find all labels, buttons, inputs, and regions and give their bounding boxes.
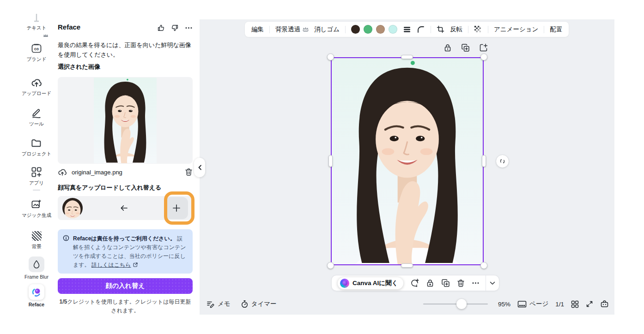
sidebar-item-label: アプリ bbox=[29, 180, 44, 186]
crop-icon[interactable] bbox=[437, 25, 444, 33]
color-swatches bbox=[351, 25, 397, 34]
chevron-down-icon bbox=[490, 281, 495, 285]
zoom-level[interactable]: 95% bbox=[495, 301, 510, 308]
sidebar-item-tools[interactable]: ツール bbox=[18, 107, 55, 127]
scroll-left-icon[interactable] bbox=[83, 204, 165, 212]
add-face-button[interactable] bbox=[165, 197, 188, 219]
thumbs-down-icon[interactable] bbox=[171, 24, 179, 32]
sidebar-item-projects[interactable]: プロジェクト bbox=[18, 137, 55, 157]
pro-crown-icon bbox=[43, 31, 49, 40]
grid-view-icon[interactable] bbox=[571, 300, 579, 308]
reface-icon bbox=[29, 284, 44, 300]
resize-handle-right[interactable] bbox=[482, 155, 486, 167]
sidebar: テキスト co ブランド アップロード ツール bbox=[18, 0, 55, 334]
position-button[interactable]: 配置 bbox=[550, 25, 562, 34]
projects-icon bbox=[31, 137, 42, 149]
face-swap-button[interactable]: 顔の入れ替え bbox=[58, 278, 193, 294]
page-manager-button[interactable]: ページ bbox=[517, 300, 548, 308]
sidebar-item-text[interactable]: テキスト bbox=[18, 14, 55, 31]
color-swatch-2[interactable] bbox=[364, 25, 372, 34]
delete-icon[interactable] bbox=[457, 279, 465, 287]
sidebar-item-magic-generate[interactable]: マジック生成 bbox=[18, 198, 55, 219]
notes-button[interactable]: メモ bbox=[207, 300, 231, 308]
text-icon bbox=[31, 14, 42, 23]
resize-handle-bottom[interactable] bbox=[401, 263, 413, 268]
delete-file-icon[interactable] bbox=[185, 168, 193, 176]
eraser-button[interactable]: 消しゴム bbox=[314, 25, 340, 34]
statusbar-left: メモ タイマー bbox=[207, 300, 277, 308]
resize-handle-top[interactable] bbox=[401, 55, 413, 59]
resize-handle-bottom-right[interactable] bbox=[480, 262, 487, 269]
toolbar-separator bbox=[431, 26, 431, 33]
sidebar-item-brand[interactable]: co ブランド bbox=[18, 42, 55, 63]
sidebar-item-upload[interactable]: アップロード bbox=[18, 77, 55, 97]
ask-canva-ai-button[interactable]: Canva AIに聞く bbox=[338, 277, 403, 289]
frame-blur-icon bbox=[29, 256, 44, 272]
bg-remover-button[interactable]: 背景透過 bbox=[275, 25, 309, 34]
resize-handle-top-right[interactable] bbox=[480, 54, 487, 60]
sidebar-item-apps[interactable]: アプリ bbox=[18, 166, 55, 186]
canvas-portrait-image[interactable] bbox=[331, 57, 484, 265]
selected-image-heading: 選択された画像 bbox=[58, 63, 193, 71]
fullscreen-icon[interactable] bbox=[586, 300, 593, 308]
canva-app: テキスト co ブランド アップロード ツール bbox=[0, 0, 644, 334]
zoom-slider-thumb[interactable] bbox=[456, 299, 467, 309]
animation-button[interactable]: アニメーション bbox=[494, 25, 538, 34]
collapse-panel-button[interactable] bbox=[194, 158, 205, 177]
toolbar-separator bbox=[269, 26, 270, 33]
reface-panel: Reface 最良の結果を得るには、正面を向いた鮮明な画像を使用してください。 … bbox=[55, 0, 200, 334]
toolbar-separator bbox=[468, 26, 468, 33]
color-swatch-4[interactable] bbox=[389, 25, 397, 34]
file-row: original_image.png bbox=[58, 166, 193, 178]
add-page-icon[interactable] bbox=[479, 43, 488, 52]
add-comment-icon[interactable] bbox=[410, 279, 419, 287]
rotate-handle[interactable] bbox=[496, 155, 509, 168]
stroke-weight-icon[interactable] bbox=[403, 25, 411, 34]
collapse-action-bar-button[interactable] bbox=[486, 275, 499, 291]
timer-icon bbox=[241, 300, 249, 308]
flip-button[interactable]: 反転 bbox=[450, 25, 462, 34]
resize-handle-left[interactable] bbox=[328, 155, 333, 167]
assistant-icon[interactable] bbox=[600, 300, 609, 308]
upload-icon bbox=[31, 77, 42, 89]
edit-button[interactable]: 編集 bbox=[251, 25, 264, 34]
corner-rounding-icon[interactable] bbox=[417, 25, 425, 34]
resize-handle-top-left[interactable] bbox=[327, 54, 334, 60]
pro-crown-icon bbox=[303, 27, 309, 32]
resize-handle-bottom-left[interactable] bbox=[327, 262, 334, 269]
rotate-icon bbox=[499, 158, 506, 165]
duplicate-icon[interactable] bbox=[441, 279, 450, 287]
more-options-icon[interactable] bbox=[472, 279, 480, 287]
pages-icon bbox=[517, 300, 527, 308]
lock-icon[interactable] bbox=[426, 279, 434, 287]
duplicate-icon[interactable] bbox=[461, 43, 470, 52]
ask-canva-ai-label: Canva AIに聞く bbox=[352, 279, 398, 287]
credit-text: クレジットを使用します。クレジットは毎日更新されます。 bbox=[67, 298, 191, 314]
sidebar-item-reface[interactable]: Reface bbox=[18, 284, 55, 307]
policy-notice: Refaceは責任を持ってご利用ください。 誤解を招くようなコンテンツや有害なコ… bbox=[58, 229, 193, 274]
toolbar-separator bbox=[345, 26, 346, 33]
zoom-slider[interactable] bbox=[423, 299, 488, 309]
sidebar-divider bbox=[33, 190, 40, 191]
apps-icon bbox=[31, 166, 42, 178]
external-link-icon bbox=[133, 262, 138, 270]
thumbs-up-icon[interactable] bbox=[157, 24, 165, 32]
sidebar-item-label: マジック生成 bbox=[22, 212, 51, 219]
chevron-left-icon bbox=[198, 165, 202, 170]
upload-face-heading: 顔写真をアップロードして入れ替える bbox=[58, 184, 193, 192]
transparency-icon[interactable] bbox=[474, 25, 482, 34]
color-swatch-1[interactable] bbox=[351, 25, 360, 34]
image-toolbar: 編集 背景透過 消しゴム bbox=[245, 22, 569, 37]
timer-button[interactable]: タイマー bbox=[241, 300, 277, 308]
selected-portrait-image bbox=[94, 78, 157, 163]
sidebar-item-frame-blur[interactable]: Frame Blur bbox=[18, 256, 55, 280]
sidebar-item-background[interactable]: 背景 bbox=[18, 230, 55, 250]
color-swatch-3[interactable] bbox=[376, 25, 385, 34]
toolbar-separator bbox=[488, 26, 488, 33]
more-options-icon[interactable] bbox=[185, 24, 193, 32]
learn-more-link[interactable]: 詳しくはこちら bbox=[91, 262, 131, 268]
face-avatar[interactable] bbox=[62, 198, 83, 218]
lock-icon[interactable] bbox=[444, 43, 452, 52]
magic-generate-icon bbox=[31, 198, 42, 210]
sidebar-item-label: プロジェクト bbox=[22, 151, 51, 157]
